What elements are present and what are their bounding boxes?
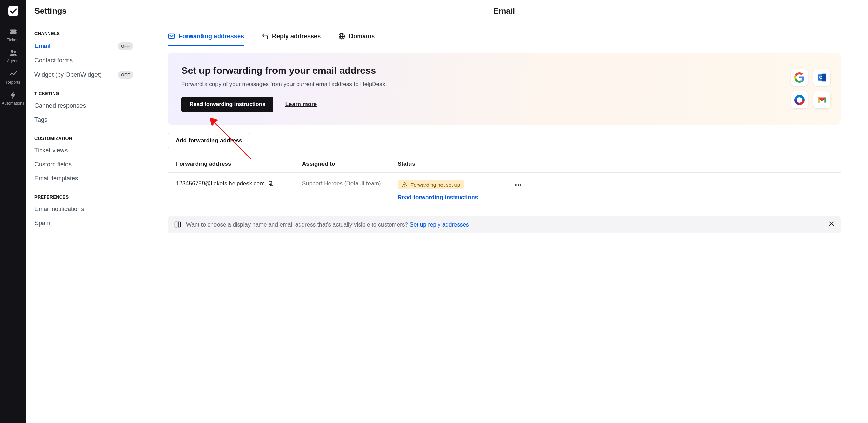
sidebar-item-widget[interactable]: Widget (by OpenWidget) OFF bbox=[26, 68, 140, 82]
tip-text: Want to choose a display name and email … bbox=[186, 221, 410, 228]
warning-icon bbox=[402, 181, 408, 188]
settings-sidebar: Settings CHANNELS Email OFF Contact form… bbox=[26, 0, 140, 423]
page-title: Email bbox=[140, 0, 868, 22]
rail-label: Reports bbox=[6, 80, 20, 85]
col-forwarding-address: Forwarding address bbox=[176, 161, 302, 167]
office365-icon bbox=[791, 91, 808, 108]
sidebar-item-spam[interactable]: Spam bbox=[26, 216, 140, 230]
sidebar-item-label: Spam bbox=[34, 220, 50, 227]
status-text: Forwarding not set up bbox=[410, 182, 460, 188]
sidebar-item-label: Widget (by OpenWidget) bbox=[34, 71, 102, 78]
section-customization: CUSTOMIZATION bbox=[26, 127, 140, 144]
status-badge: OFF bbox=[118, 71, 133, 79]
book-icon bbox=[174, 221, 181, 229]
col-status: Status bbox=[398, 161, 513, 167]
sidebar-item-label: Ticket views bbox=[34, 147, 68, 154]
close-icon bbox=[828, 221, 835, 227]
tabs: Forwarding addresses Reply addresses Dom… bbox=[168, 32, 841, 46]
provider-icons bbox=[791, 69, 830, 108]
sidebar-item-canned[interactable]: Canned responses bbox=[26, 99, 140, 113]
sidebar-item-label: Canned responses bbox=[34, 102, 86, 110]
status-badge: Forwarding not set up bbox=[398, 180, 464, 189]
tip-bar: Want to choose a display name and email … bbox=[168, 216, 841, 233]
sidebar-item-ticket-views[interactable]: Ticket views bbox=[26, 144, 140, 158]
add-forwarding-button[interactable]: Add forwarding address bbox=[168, 133, 250, 148]
forwarding-address: 123456789@tickets.helpdesk.com bbox=[176, 180, 265, 187]
nav-rail: Tickets Agents Reports Automations bbox=[0, 0, 26, 423]
rail-label: Tickets bbox=[7, 38, 20, 42]
table-row: 123456789@tickets.helpdesk.com Support H… bbox=[168, 173, 841, 201]
svg-point-13 bbox=[515, 184, 517, 186]
svg-point-14 bbox=[518, 184, 519, 186]
sidebar-item-tags[interactable]: Tags bbox=[26, 113, 140, 127]
tab-forwarding[interactable]: Forwarding addresses bbox=[168, 32, 244, 46]
tab-label: Domains bbox=[349, 33, 375, 40]
rail-item-tickets[interactable]: Tickets bbox=[0, 24, 26, 45]
forwarding-table: Forwarding address Assigned to Status 12… bbox=[168, 161, 841, 201]
svg-point-2 bbox=[14, 51, 16, 53]
sidebar-item-custom-fields[interactable]: Custom fields bbox=[26, 158, 140, 172]
banner-title: Set up forwarding from your email addres… bbox=[181, 65, 827, 76]
mail-icon bbox=[168, 32, 175, 40]
outlook-icon bbox=[813, 69, 830, 86]
sidebar-item-label: Contact forms bbox=[34, 57, 73, 64]
read-instructions-link[interactable]: Read forwarding instructions bbox=[398, 194, 513, 201]
rail-item-reports[interactable]: Reports bbox=[0, 66, 26, 87]
tab-domains[interactable]: Domains bbox=[338, 32, 375, 46]
rail-item-automations[interactable]: Automations bbox=[0, 87, 26, 108]
sidebar-item-contact-forms[interactable]: Contact forms bbox=[26, 54, 140, 68]
section-preferences: PREFERENCES bbox=[26, 186, 140, 202]
sidebar-item-email[interactable]: Email OFF bbox=[26, 39, 140, 54]
row-actions-menu[interactable] bbox=[513, 180, 523, 190]
assigned-team: Support Heroes (Default team) bbox=[302, 180, 398, 187]
setup-banner: Set up forwarding from your email addres… bbox=[168, 53, 841, 125]
learn-more-link[interactable]: Learn more bbox=[285, 101, 317, 107]
section-channels: CHANNELS bbox=[26, 22, 140, 39]
tab-label: Forwarding addresses bbox=[179, 33, 244, 40]
tab-reply[interactable]: Reply addresses bbox=[261, 32, 321, 46]
more-icon bbox=[514, 181, 522, 189]
app-logo[interactable] bbox=[6, 4, 20, 18]
svg-point-15 bbox=[520, 184, 521, 186]
sidebar-item-label: Tags bbox=[34, 116, 47, 123]
col-assigned-to: Assigned to bbox=[302, 161, 398, 167]
sidebar-item-email-notifications[interactable]: Email notifications bbox=[26, 202, 140, 216]
sidebar-item-label: Custom fields bbox=[34, 161, 72, 168]
sidebar-item-label: Email notifications bbox=[34, 206, 84, 213]
sidebar-item-label: Email templates bbox=[34, 175, 78, 182]
status-badge: OFF bbox=[118, 42, 133, 50]
rail-label: Automations bbox=[2, 101, 25, 106]
read-instructions-button[interactable]: Read forwarding instructions bbox=[181, 97, 273, 112]
tab-label: Reply addresses bbox=[272, 33, 321, 40]
gmail-icon bbox=[813, 91, 830, 108]
banner-subtitle: Forward a copy of your messages from you… bbox=[181, 81, 827, 88]
reply-icon bbox=[261, 32, 269, 40]
svg-point-12 bbox=[404, 186, 405, 186]
sidebar-item-email-templates[interactable]: Email templates bbox=[26, 172, 140, 186]
copy-icon[interactable] bbox=[268, 180, 274, 187]
section-ticketing: TICKETING bbox=[26, 82, 140, 99]
sidebar-title: Settings bbox=[34, 6, 132, 16]
google-icon bbox=[791, 69, 808, 86]
svg-point-1 bbox=[11, 50, 13, 53]
tip-link[interactable]: Set up reply addresses bbox=[410, 221, 469, 228]
rail-item-agents[interactable]: Agents bbox=[0, 45, 26, 66]
rail-label: Agents bbox=[7, 59, 19, 63]
tip-close-button[interactable] bbox=[828, 221, 835, 229]
globe-icon bbox=[338, 32, 345, 40]
main: Email Forwarding addresses Reply address… bbox=[140, 0, 868, 423]
sidebar-item-label: Email bbox=[34, 43, 51, 50]
